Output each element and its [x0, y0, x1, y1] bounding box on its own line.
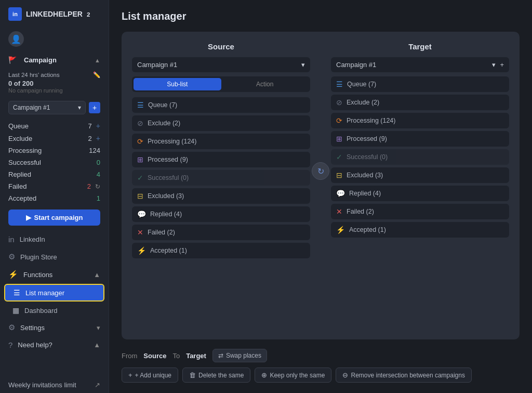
sidebar-item-weekly-invitations[interactable]: Weekly invitations limit ↗ [0, 377, 109, 393]
replied-label: Replied [8, 171, 31, 178]
source-campaign-selector[interactable]: Campaign #1 ▾ [132, 57, 310, 72]
app-superscript: 2 [87, 11, 90, 18]
avatar[interactable]: 👤 [8, 31, 24, 47]
successful-icon: ✓ [137, 174, 143, 182]
processing-value: 124 [89, 147, 100, 154]
item-label: Successful (0) [347, 153, 388, 161]
successful-value: 0 [97, 159, 100, 166]
list-item[interactable]: ⊟ Excluded (3) [132, 188, 310, 204]
settings-section[interactable]: ⚙ Settings ▾ [0, 319, 109, 336]
target-campaign-chevron-icon: ▾ [492, 61, 496, 69]
delete-same-button[interactable]: 🗑 Delete the same [182, 368, 250, 383]
campaign-chevron-icon: ▲ [95, 57, 100, 63]
queue-icon: ☰ [336, 80, 343, 88]
add-unique-label: + Add unique [135, 372, 171, 379]
start-campaign-button[interactable]: ▶ Start campaign [8, 209, 100, 226]
list-item[interactable]: ⚡ Accepted (1) [132, 243, 310, 258]
campaign-section-header[interactable]: 🚩 Campaign ▲ [0, 52, 109, 68]
add-unique-button[interactable]: + + Add unique [122, 368, 178, 383]
list-item[interactable]: ⊘ Exclude (2) [331, 95, 509, 110]
item-label: Queue (7) [148, 101, 177, 109]
list-item[interactable]: ✓ Successful (0) [132, 170, 310, 186]
action-buttons: + + Add unique 🗑 Delete the same ⊕ Keep … [122, 368, 520, 383]
plugin-store-label: Plugin Store [20, 253, 57, 261]
settings-icon: ⚙ [8, 323, 15, 332]
item-label: Queue (7) [347, 81, 376, 88]
swap-places-button[interactable]: ⇄ Swap places [212, 349, 267, 362]
need-help-section[interactable]: ? Need help? ▲ [0, 336, 109, 353]
list-item[interactable]: ⟳ Processing (124) [132, 134, 310, 149]
target-campaign-selector[interactable]: Campaign #1 ▾ + [331, 57, 509, 72]
tab-action[interactable]: Action [221, 78, 309, 90]
item-label: Processing (124) [148, 138, 197, 145]
campaign-dropdown-name: Campaign #1 [13, 104, 50, 111]
list-item[interactable]: ⊞ Processed (9) [132, 152, 310, 167]
functions-icon: ⚡ [8, 270, 18, 279]
item-label: Processed (9) [148, 156, 188, 163]
queue-value: 7 [88, 122, 92, 130]
failed-icon: ✕ [137, 228, 143, 237]
processed-icon: ⊞ [336, 135, 342, 143]
replied-icon: 💬 [137, 210, 146, 218]
list-item[interactable]: 💬 Replied (4) [331, 186, 509, 201]
excluded-icon: ⊟ [336, 171, 342, 179]
app-name: LINKEDHELPER [26, 10, 83, 18]
list-item[interactable]: ⊞ Processed (9) [331, 131, 509, 147]
weekly-invitations-icon: ↗ [95, 381, 100, 389]
from-to-bar: From Source To Target ⇄ Swap places [122, 349, 520, 362]
keep-only-same-button[interactable]: ⊕ Keep only the same [255, 368, 331, 383]
sidebar-item-list-manager[interactable]: ☰ List manager [4, 284, 104, 302]
main-content: List manager Source Campaign #1 ▾ Sub-li… [109, 0, 532, 393]
campaign-dropdown[interactable]: Campaign #1 ▾ [8, 101, 86, 114]
list-item[interactable]: ✓ Successful (0) [331, 149, 509, 165]
list-item[interactable]: ☰ Queue (7) [331, 76, 509, 92]
processing-icon: ⟳ [336, 116, 342, 125]
functions-chevron-icon: ▲ [94, 271, 100, 279]
source-campaign-chevron-icon: ▾ [301, 61, 305, 69]
plugin-store-icon: ⚙ [8, 252, 15, 261]
edit-icon: ✏️ [93, 71, 100, 78]
successful-stat-row: Successful 0 [0, 156, 109, 168]
dropdown-chevron-icon: ▾ [78, 104, 81, 111]
settings-chevron-icon: ▾ [97, 324, 100, 332]
source-list-items: ☰ Queue (7) ⊘ Exclude (2) ⟳ Processing (… [132, 97, 310, 258]
queue-add-icon[interactable]: + [96, 122, 100, 130]
campaign-section-label: Campaign [24, 56, 57, 64]
item-label: Exclude (2) [148, 120, 180, 127]
sidebar-item-dashboard[interactable]: ▦ Dashboard [4, 303, 104, 318]
list-item[interactable]: ⟳ Processing (124) [331, 113, 509, 128]
remove-intersection-button[interactable]: ⊖ Remove intersection between campaigns [336, 368, 471, 383]
exclude-add-icon[interactable]: + [96, 134, 100, 142]
app-logo: in LINKEDHELPER2 [0, 0, 109, 28]
list-item[interactable]: ⚡ Accepted (1) [331, 222, 509, 238]
retry-icon[interactable]: ↻ [95, 183, 100, 190]
delete-same-icon: 🗑 [189, 371, 196, 379]
list-item[interactable]: ☰ Queue (7) [132, 97, 310, 113]
item-label: Exclude (2) [347, 99, 379, 106]
target-list-items: ☰ Queue (7) ⊘ Exclude (2) ⟳ Processing (… [331, 76, 509, 238]
add-campaign-button[interactable]: + [89, 102, 100, 113]
list-item[interactable]: ✕ Failed (2) [132, 225, 310, 240]
processing-icon: ⟳ [137, 137, 143, 146]
item-label: Replied (4) [150, 211, 182, 218]
sidebar-bottom: Weekly invitations limit ↗ [0, 377, 109, 393]
linkedin-label: LinkedIn [20, 235, 45, 243]
refresh-button[interactable]: ↻ [312, 162, 329, 180]
item-label: Processing (124) [347, 117, 396, 124]
list-item[interactable]: ✕ Failed (2) [331, 204, 509, 219]
sidebar-item-linkedin[interactable]: in LinkedIn [0, 231, 109, 248]
item-label: Failed (2) [148, 229, 175, 236]
item-label: Accepted (1) [349, 226, 386, 233]
target-campaign-add-icon[interactable]: + [500, 61, 504, 69]
help-icon: ? [8, 340, 12, 349]
exclude-stat-row: Exclude 2 + [0, 132, 109, 145]
sidebar: in LINKEDHELPER2 👤 🚩 Campaign ▲ Last 24 … [0, 0, 109, 393]
list-item[interactable]: 💬 Replied (4) [132, 206, 310, 222]
list-item[interactable]: ⊘ Exclude (2) [132, 115, 310, 131]
functions-section-header[interactable]: ⚡ Functions ▲ [0, 266, 109, 283]
flag-icon: 🚩 [8, 56, 17, 64]
tab-sublist[interactable]: Sub-list [134, 78, 221, 90]
list-item[interactable]: ⊟ Excluded (3) [331, 167, 509, 183]
sidebar-item-plugin-store[interactable]: ⚙ Plugin Store [0, 248, 109, 266]
item-label: Failed (2) [347, 208, 374, 215]
